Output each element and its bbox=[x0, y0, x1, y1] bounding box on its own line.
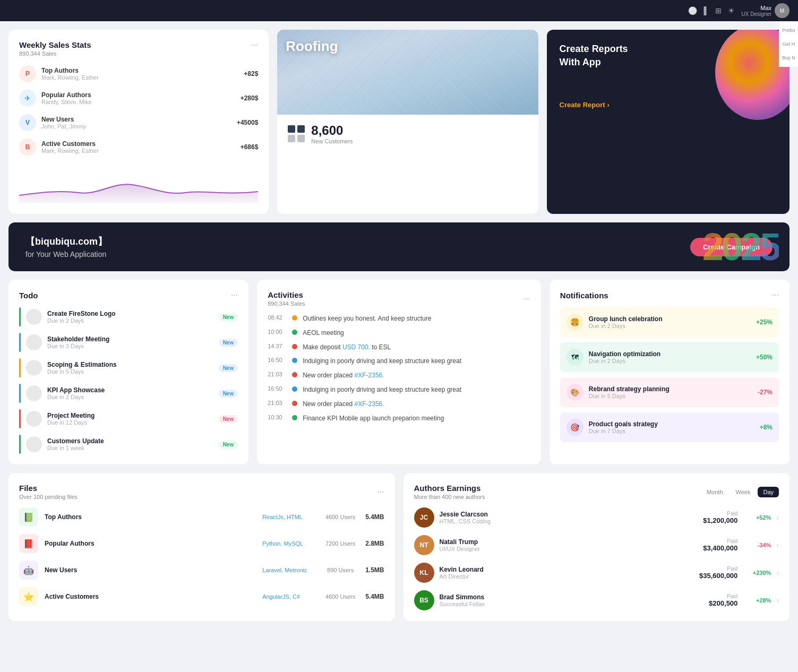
file-users-1: 4600 Users bbox=[322, 514, 359, 520]
weekly-sales-dots[interactable]: ··· bbox=[251, 40, 258, 50]
author-chevron-2[interactable]: › bbox=[776, 541, 779, 549]
activity-link-xf1[interactable]: #XF-2356. bbox=[355, 372, 384, 379]
search-icon[interactable]: ⚪ bbox=[688, 6, 697, 15]
notif-value-2: +50% bbox=[756, 354, 773, 361]
stat-active-customers-people: Mark, Rowling, Esther bbox=[41, 148, 235, 154]
todo-avatar-4 bbox=[26, 385, 42, 401]
todo-bar-5 bbox=[19, 409, 21, 428]
activity-link-usd[interactable]: USD 700. bbox=[342, 343, 370, 351]
tab-week[interactable]: Week bbox=[731, 487, 756, 497]
file-size-4: 5.4MB bbox=[365, 593, 384, 600]
files-title: Files bbox=[19, 484, 78, 493]
notif-value-3: -27% bbox=[758, 389, 773, 396]
todo-list: Create FireStone Logo Due in 2 Days New … bbox=[19, 307, 238, 454]
author-paid-4: Paid $200,500 bbox=[709, 593, 737, 607]
sidebar-right-item-3[interactable]: Buy N bbox=[780, 53, 797, 63]
create-report-link[interactable]: Create Report › bbox=[560, 101, 777, 109]
author-info-3: Kevin Leonard Art Director bbox=[440, 566, 694, 580]
reports-card: Create ReportsWith App Create Report › bbox=[547, 30, 790, 214]
avatar[interactable]: M bbox=[775, 3, 790, 18]
todo-header: Todo ··· bbox=[19, 290, 238, 300]
stat-active-customers-value: +686$ bbox=[241, 143, 259, 151]
todo-avatar-6 bbox=[26, 436, 42, 452]
stat-item-new-users: V New Users John, Pat, Jimmy +4500$ bbox=[19, 114, 258, 131]
bar-icon[interactable]: ▌ bbox=[703, 6, 709, 15]
files-subtitle: Over 100 pending files bbox=[19, 494, 78, 500]
file-size-3: 1.5MB bbox=[365, 566, 384, 574]
sq1 bbox=[288, 125, 295, 133]
activity-dot-2 bbox=[292, 330, 297, 335]
notif-icon-2: 🗺 bbox=[567, 349, 584, 366]
todo-badge-6: New bbox=[219, 441, 238, 449]
stat-popular-authors-name: Popular Authors bbox=[41, 91, 235, 99]
author-item-2: NT Natali Trump UI/UX Designer Paid $3,4… bbox=[414, 535, 779, 555]
notif-title: Notifications bbox=[560, 291, 608, 300]
new-users-icon: V bbox=[19, 114, 36, 131]
author-chevron-1[interactable]: › bbox=[776, 513, 779, 522]
reports-title: Create ReportsWith App bbox=[560, 42, 777, 69]
author-chevron-3[interactable]: › bbox=[776, 568, 779, 577]
notif-dots[interactable]: ··· bbox=[772, 290, 779, 300]
author-info-4: Brad Simmons Successful Fellas bbox=[440, 593, 704, 607]
file-users-4: 4600 Users bbox=[322, 593, 359, 600]
sun-icon[interactable]: ☀ bbox=[728, 6, 735, 15]
todo-bar-3 bbox=[19, 358, 21, 377]
top-authors-icon: P bbox=[19, 65, 36, 82]
row-1: Weekly Sales Stats 890,344 Sales ··· P T… bbox=[8, 30, 790, 214]
files-dots[interactable]: ··· bbox=[377, 487, 384, 497]
campaign-subtitle: for Your Web Application bbox=[25, 250, 107, 259]
author-chevron-4[interactable]: › bbox=[776, 596, 779, 605]
tab-day[interactable]: Day bbox=[758, 487, 779, 497]
todo-badge-4: New bbox=[219, 390, 238, 398]
file-size-2: 2.8MB bbox=[365, 540, 384, 547]
user-role: UX Designer bbox=[741, 11, 771, 17]
file-item-1: 📗 Top Authors ReactJs, HTML 4600 Users 5… bbox=[19, 507, 384, 527]
todo-badge-3: New bbox=[219, 364, 238, 372]
authors-subtitle: More than 400 new authors bbox=[414, 494, 485, 500]
authors-header: Authors Earnings More than 400 new autho… bbox=[414, 484, 779, 500]
notif-item-2: 🗺 Navigation optimization Due in 2 Days … bbox=[560, 342, 779, 372]
todo-info-3: Scoping & Estimations Due in 5 Days bbox=[47, 361, 213, 375]
activities-card: Activities 890,344 Sales ··· 08:42 Outli… bbox=[257, 280, 541, 464]
todo-item-5: Project Meeting Due in 12 Days New bbox=[19, 409, 238, 428]
stat-popular-authors-people: Randy, Steve, Mike bbox=[41, 99, 235, 105]
author-avatar-3: KL bbox=[414, 563, 434, 583]
todo-avatar-1 bbox=[26, 309, 42, 325]
author-item-4: BS Brad Simmons Successful Fellas Paid $… bbox=[414, 590, 779, 610]
activities-dots[interactable]: ··· bbox=[523, 294, 530, 304]
roofing-stats: 8,600 New Customers bbox=[311, 123, 353, 144]
sidebar-right-item-2[interactable]: Get H bbox=[780, 39, 797, 49]
file-users-3: 890 Users bbox=[322, 567, 359, 573]
activity-item-2: 10:00 AEOL meeting bbox=[268, 329, 530, 338]
todo-dots[interactable]: ··· bbox=[231, 290, 238, 300]
todo-item-1: Create FireStone Logo Due in 2 Days New bbox=[19, 307, 238, 326]
notif-info-4: Product goals strategy Due in 7 Days bbox=[589, 420, 754, 434]
popular-authors-icon: ✈ bbox=[19, 90, 36, 107]
activity-link-xf2[interactable]: #XF-2356. bbox=[355, 400, 384, 408]
author-info-2: Natali Trump UI/UX Designer bbox=[440, 538, 698, 552]
file-item-4: ⭐ Active Customers AngularJS, C# 4600 Us… bbox=[19, 587, 384, 606]
author-paid-3: Paid $35,600,000 bbox=[699, 566, 737, 580]
campaign-banner: 【biqubiqu.com】 for Your Web Application … bbox=[8, 222, 790, 271]
file-size-1: 5.4MB bbox=[365, 513, 384, 521]
notif-value-4: +8% bbox=[760, 424, 773, 431]
tab-month[interactable]: Month bbox=[701, 487, 728, 497]
notif-info-1: Group lunch celebration Due in 2 Days bbox=[589, 315, 751, 329]
author-change-4: +28% bbox=[747, 597, 771, 604]
activity-dot-5 bbox=[292, 372, 297, 377]
todo-badge-2: New bbox=[219, 339, 238, 347]
todo-info-2: Stakeholder Meeting Due in 3 Days bbox=[47, 335, 213, 349]
grid-icon[interactable]: ⊞ bbox=[715, 6, 722, 15]
sidebar-right-item-1[interactable]: Prebu bbox=[780, 25, 797, 35]
file-tech-1: ReactJs, HTML bbox=[262, 514, 315, 520]
roofing-count: 8,600 bbox=[311, 123, 353, 138]
authors-tab-group: Month Week Day bbox=[701, 487, 779, 497]
author-item-3: KL Kevin Leonard Art Director Paid $35,6… bbox=[414, 563, 779, 583]
author-change-3: +230% bbox=[747, 570, 771, 576]
todo-title: Todo bbox=[19, 291, 38, 300]
stat-top-authors-value: +82$ bbox=[244, 70, 258, 77]
author-paid-1: Paid $1,200,000 bbox=[703, 511, 737, 524]
roofing-squares bbox=[288, 125, 305, 142]
deco-art: 2025 bbox=[702, 228, 779, 266]
todo-item-6: Customers Update Due in 1 week New bbox=[19, 435, 238, 454]
